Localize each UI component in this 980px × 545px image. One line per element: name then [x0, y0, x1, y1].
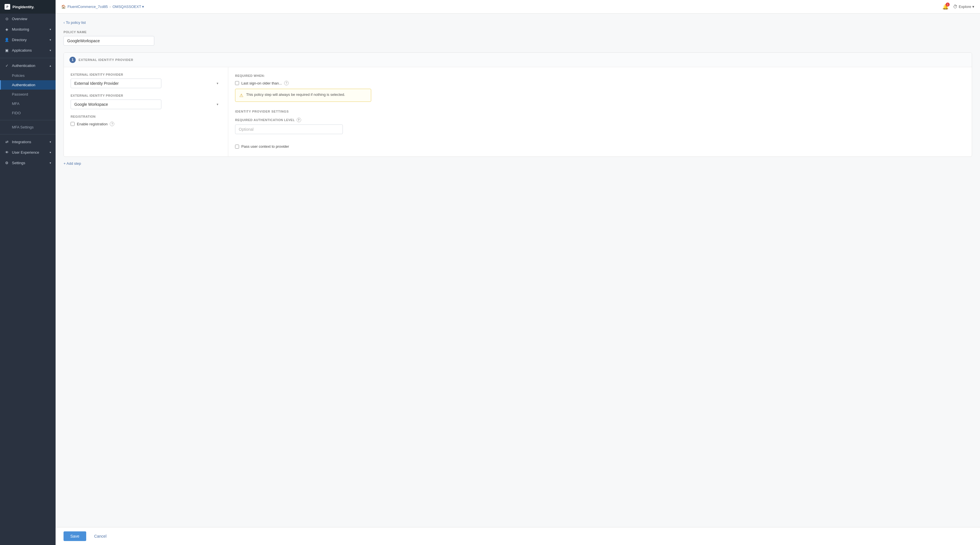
provider-select-chevron-icon: ▾: [216, 102, 218, 106]
pass-user-context-checkbox[interactable]: [235, 145, 239, 149]
pass-user-context-label: Pass user context to provider: [241, 144, 289, 149]
sidebar-item-monitoring[interactable]: ◈ Monitoring ▾: [0, 24, 56, 35]
dropdown-arrow-icon: ▾: [142, 5, 144, 9]
back-arrow-icon: ‹: [64, 21, 65, 25]
optional-select[interactable]: Optional: [235, 124, 343, 134]
pass-user-context-row: Pass user context to provider: [235, 144, 965, 149]
sidebar-item-user-experience[interactable]: 👁 User Experience ▾: [0, 147, 56, 158]
breadcrumb: 🏠 FluentCommerce_7cd85 › OMSQASSOEXT ▾: [61, 5, 144, 9]
sidebar-item-mfa[interactable]: MFA: [0, 99, 56, 108]
chevron-down-icon: ▾: [49, 151, 51, 154]
sidebar-item-label: Directory: [12, 38, 27, 42]
sidebar-item-authentication-sub[interactable]: Authentication: [0, 80, 56, 90]
type-select-chevron-icon: ▾: [216, 81, 218, 85]
sidebar-item-overview[interactable]: ⊙ Overview: [0, 14, 56, 24]
add-step-label: + Add step: [64, 161, 81, 165]
add-step-button[interactable]: + Add step: [64, 161, 972, 165]
sidebar-item-applications[interactable]: ▣ Applications ▾: [0, 45, 56, 56]
sidebar-item-settings[interactable]: ⚙ Settings ▾: [0, 158, 56, 168]
main-area: 🏠 FluentCommerce_7cd85 › OMSQASSOEXT ▾ 🔔…: [56, 0, 980, 545]
sidebar-item-integrations[interactable]: ⇄ Integrations ▾: [0, 137, 56, 147]
step-header: 1 EXTERNAL IDENTITY PROVIDER: [64, 53, 972, 67]
help-icon[interactable]: ?: [110, 122, 114, 126]
sidebar-item-policies[interactable]: Policies: [0, 71, 56, 80]
divider: [0, 58, 56, 58]
warning-box: ⚠ This policy step will always be requir…: [235, 89, 371, 102]
settings-icon: ⚙: [5, 161, 9, 165]
sub-item-label: FIDO: [12, 111, 21, 115]
breadcrumb-org[interactable]: FluentCommerce_7cd85: [67, 5, 108, 9]
sidebar-item-authentication[interactable]: ✓ Authentication ▴: [0, 60, 56, 71]
sub-item-label: MFA Settings: [12, 125, 34, 129]
content-area: ‹ To policy list POLICY NAME 1 EXTERNAL …: [56, 14, 980, 527]
step-title: EXTERNAL IDENTITY PROVIDER: [78, 58, 133, 62]
notification-badge: 1: [946, 3, 950, 6]
help-icon[interactable]: ?: [297, 118, 301, 122]
chevron-down-icon: ▾: [49, 49, 51, 52]
sub-item-label: Password: [12, 92, 28, 96]
idp-settings-title: IDENTITY PROVIDER SETTINGS: [235, 110, 965, 113]
provider-select[interactable]: Google Workspace: [71, 100, 161, 109]
warning-icon: ⚠: [239, 93, 243, 98]
explore-button[interactable]: ⏱ Explore ▾: [953, 4, 974, 10]
enable-registration-checkbox[interactable]: [71, 122, 75, 126]
save-button[interactable]: Save: [64, 531, 86, 541]
sidebar: P PingIdentity. ⊙ Overview ◈ Monitoring …: [0, 0, 56, 545]
auth-level-text: REQUIRED AUTHENTICATION LEVEL: [235, 118, 295, 122]
breadcrumb-separator: ›: [110, 5, 111, 9]
app-logo[interactable]: P PingIdentity.: [0, 0, 56, 14]
warning-text: This policy step will always be required…: [246, 92, 345, 97]
auth-level-label: REQUIRED AUTHENTICATION LEVEL ?: [235, 118, 965, 122]
back-link-text: To policy list: [66, 21, 86, 25]
help-icon[interactable]: ?: [284, 81, 289, 85]
chevron-down-icon: ▾: [49, 140, 51, 143]
required-when-label: REQUIRED WHEN:: [235, 74, 965, 78]
topbar-actions: 🔔 1 ⏱ Explore ▾: [942, 4, 974, 10]
sidebar-item-label: Integrations: [12, 140, 31, 144]
sub-item-label: Authentication: [12, 83, 35, 87]
authentication-icon: ✓: [5, 64, 9, 68]
chevron-up-icon: ▴: [49, 64, 51, 67]
sub-item-label: MFA: [12, 102, 19, 106]
logo-icon: P: [5, 4, 10, 10]
enable-registration-label: Enable registration: [77, 122, 107, 126]
integrations-icon: ⇄: [5, 140, 9, 144]
sidebar-item-label: Overview: [12, 17, 27, 21]
divider: [0, 120, 56, 120]
step-number: 1: [70, 57, 76, 63]
sidebar-item-mfa-settings[interactable]: MFA Settings: [0, 122, 56, 132]
home-icon[interactable]: 🏠: [61, 5, 66, 9]
last-sign-on-checkbox[interactable]: [235, 81, 239, 85]
directory-icon: 👤: [5, 38, 9, 42]
policy-name-input[interactable]: [64, 36, 154, 46]
sidebar-item-password[interactable]: Password: [0, 90, 56, 99]
step-card: 1 EXTERNAL IDENTITY PROVIDER EXTERNAL ID…: [64, 52, 972, 157]
explore-chevron-icon: ▾: [972, 5, 974, 9]
user-experience-icon: 👁: [5, 150, 9, 154]
chevron-down-icon: ▾: [49, 38, 51, 41]
back-link[interactable]: ‹ To policy list: [64, 21, 972, 25]
sidebar-item-label: Settings: [12, 161, 25, 165]
step-left-panel: EXTERNAL IDENTITY PROVIDER External Iden…: [64, 67, 228, 157]
last-sign-on-label: Last sign-on older than...: [241, 81, 282, 85]
policy-name-label: POLICY NAME: [64, 30, 972, 34]
chevron-down-icon: ▾: [49, 161, 51, 164]
registration-section-label: REGISTRATION: [71, 115, 221, 118]
sidebar-item-fido[interactable]: FIDO: [0, 108, 56, 118]
step-body: EXTERNAL IDENTITY PROVIDER External Iden…: [64, 67, 972, 157]
topbar: 🏠 FluentCommerce_7cd85 › OMSQASSOEXT ▾ 🔔…: [56, 0, 980, 14]
monitoring-icon: ◈: [5, 27, 9, 32]
logo-text: PingIdentity.: [13, 5, 34, 9]
provider-label: EXTERNAL IDENTITY PROVIDER: [71, 94, 221, 97]
type-select[interactable]: External Identity Provider: [71, 79, 161, 88]
chevron-down-icon: ▾: [49, 28, 51, 31]
applications-icon: ▣: [5, 48, 9, 52]
provider-select-wrapper: Google Workspace ▾: [71, 100, 221, 109]
type-select-wrapper: External Identity Provider ▾: [71, 79, 221, 88]
breadcrumb-env[interactable]: OMSQASSOEXT ▾: [113, 5, 144, 9]
overview-icon: ⊙: [5, 17, 9, 21]
sub-item-label: Policies: [12, 73, 25, 78]
sidebar-item-directory[interactable]: 👤 Directory ▾: [0, 35, 56, 45]
notification-bell[interactable]: 🔔 1: [942, 4, 948, 10]
cancel-button[interactable]: Cancel: [90, 531, 111, 541]
